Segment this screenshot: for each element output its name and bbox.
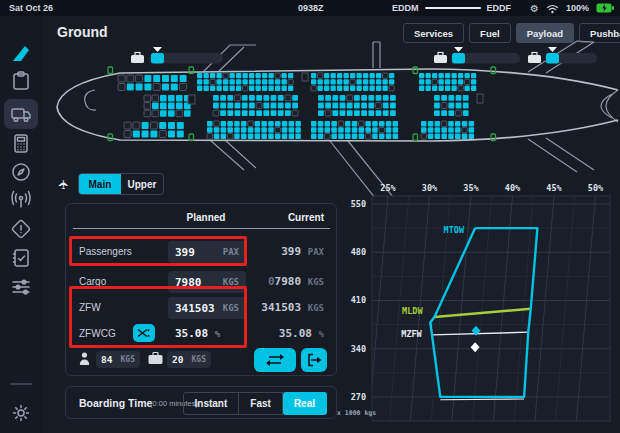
seat[interactable]	[372, 134, 378, 140]
seat[interactable]	[249, 86, 254, 91]
seat[interactable]	[275, 73, 280, 78]
seat[interactable]	[338, 121, 344, 127]
seat[interactable]	[278, 95, 284, 101]
seat[interactable]	[241, 121, 247, 127]
seat[interactable]	[434, 103, 440, 109]
seat[interactable]	[318, 103, 324, 109]
seat[interactable]	[390, 95, 396, 101]
seat[interactable]	[426, 73, 431, 78]
seat[interactable]	[282, 127, 288, 133]
seat[interactable]	[340, 95, 346, 101]
seat[interactable]	[295, 134, 301, 140]
seat[interactable]	[177, 131, 184, 138]
seat[interactable]	[331, 86, 336, 91]
seat[interactable]	[295, 127, 301, 133]
seat[interactable]	[439, 86, 444, 91]
seat[interactable]	[383, 79, 388, 84]
seat[interactable]	[428, 121, 434, 127]
seat[interactable]	[393, 134, 399, 140]
seat[interactable]	[197, 86, 202, 91]
seat[interactable]	[210, 79, 215, 84]
seat[interactable]	[370, 73, 375, 78]
seat[interactable]	[292, 110, 298, 116]
seat[interactable]	[160, 95, 167, 102]
seat[interactable]	[368, 103, 374, 109]
seat[interactable]	[354, 110, 360, 116]
seat[interactable]	[223, 79, 228, 84]
seat[interactable]	[289, 134, 295, 140]
seat[interactable]	[133, 131, 140, 138]
seat[interactable]	[262, 79, 267, 84]
tab-deck-main[interactable]: Main	[79, 174, 121, 194]
seat[interactable]	[242, 110, 248, 116]
seat[interactable]	[168, 95, 175, 102]
seat[interactable]	[455, 127, 461, 133]
seat[interactable]	[361, 95, 367, 101]
boarding-option-real[interactable]: Real	[283, 392, 327, 415]
seat[interactable]	[357, 86, 362, 91]
seat[interactable]	[262, 86, 267, 91]
seat[interactable]	[242, 103, 248, 109]
seat[interactable]	[162, 84, 169, 91]
seat[interactable]	[268, 127, 274, 133]
seat[interactable]	[223, 86, 228, 91]
seat[interactable]	[234, 134, 240, 140]
seat[interactable]	[285, 103, 291, 109]
seat[interactable]	[263, 95, 269, 101]
seat[interactable]	[376, 103, 382, 109]
seat[interactable]	[159, 122, 166, 129]
seat[interactable]	[243, 79, 248, 84]
seat[interactable]	[432, 73, 437, 78]
seat[interactable]	[352, 121, 358, 127]
seat[interactable]	[448, 103, 454, 109]
seat[interactable]	[288, 79, 293, 84]
settings-gear-icon[interactable]: ⚙	[530, 3, 539, 14]
seat[interactable]	[220, 95, 226, 101]
seat[interactable]	[421, 127, 427, 133]
seat[interactable]	[180, 75, 187, 82]
seat[interactable]	[162, 75, 169, 82]
seat[interactable]	[269, 73, 274, 78]
seat[interactable]	[332, 103, 338, 109]
seat[interactable]	[214, 121, 220, 127]
seat[interactable]	[223, 73, 228, 78]
seat[interactable]	[241, 134, 247, 140]
seat[interactable]	[268, 134, 274, 140]
seat[interactable]	[118, 75, 125, 82]
seat[interactable]	[337, 86, 342, 91]
aft-cargo-slider[interactable]	[434, 47, 520, 64]
seat[interactable]	[345, 127, 351, 133]
seat[interactable]	[268, 121, 274, 127]
seat[interactable]	[243, 86, 248, 91]
seat[interactable]	[365, 121, 371, 127]
seat[interactable]	[221, 121, 227, 127]
seat[interactable]	[471, 73, 476, 78]
seat[interactable]	[256, 86, 261, 91]
seat[interactable]	[435, 121, 441, 127]
seat[interactable]	[350, 73, 355, 78]
seat[interactable]	[271, 95, 277, 101]
seat[interactable]	[452, 73, 457, 78]
seat[interactable]	[180, 84, 187, 91]
seat[interactable]	[469, 121, 475, 127]
seat[interactable]	[347, 95, 353, 101]
seat[interactable]	[350, 86, 355, 91]
seat[interactable]	[383, 103, 389, 109]
seat[interactable]	[452, 86, 457, 91]
seat[interactable]	[441, 103, 447, 109]
seat[interactable]	[153, 84, 160, 91]
seat[interactable]	[465, 73, 470, 78]
seat[interactable]	[271, 110, 277, 116]
seat[interactable]	[386, 127, 392, 133]
seat[interactable]	[152, 110, 159, 117]
seat[interactable]	[263, 103, 269, 109]
seat[interactable]	[282, 86, 287, 91]
seat[interactable]	[217, 86, 222, 91]
seat[interactable]	[448, 110, 454, 116]
seat[interactable]	[171, 84, 178, 91]
seat[interactable]	[426, 86, 431, 91]
seat[interactable]	[347, 103, 353, 109]
seat[interactable]	[435, 134, 441, 140]
seat[interactable]	[311, 73, 316, 78]
seat[interactable]	[370, 79, 375, 84]
